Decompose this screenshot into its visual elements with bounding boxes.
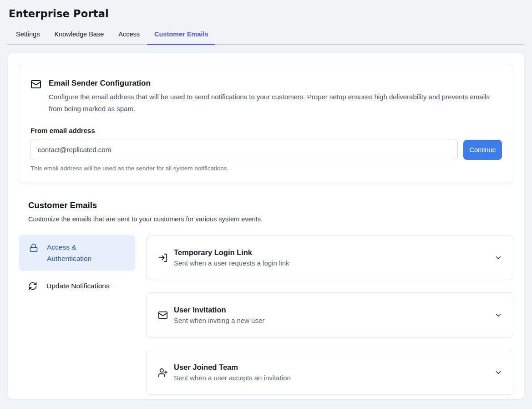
email-card-subtitle: Sent when a user accepts an invitation — [174, 374, 488, 382]
email-category-list: Access & Authentication Update Notificat… — [19, 235, 135, 399]
email-card-subtitle: Sent when inviting a new user — [174, 317, 488, 324]
customer-emails-layout: Access & Authentication Update Notificat… — [19, 235, 513, 399]
email-card-subtitle: Sent when a user requests a login link — [174, 259, 488, 267]
chevron-down-icon[interactable] — [494, 311, 502, 319]
refresh-icon — [28, 281, 37, 291]
mail-icon — [30, 79, 41, 115]
email-card-title: Temporary Login Link — [174, 248, 488, 257]
customer-emails-title: Customer Emails — [28, 200, 513, 210]
email-input-row: Continue — [30, 139, 502, 160]
lock-icon — [29, 243, 38, 264]
tab-access[interactable]: Access — [111, 26, 147, 44]
from-email-input[interactable] — [30, 139, 458, 160]
email-helper-text: This email address will be used as the s… — [30, 165, 502, 172]
category-label: Update Notifications — [46, 282, 110, 290]
tab-customer-emails[interactable]: Customer Emails — [147, 26, 215, 44]
email-card-user-invitation[interactable]: User Invitation Sent when inviting a new… — [146, 292, 513, 337]
chevron-down-icon[interactable] — [494, 368, 502, 377]
email-card-text: User Joined Team Sent when a user accept… — [174, 363, 488, 382]
email-template-list: Temporary Login Link Sent when a user re… — [146, 235, 513, 399]
email-card-user-joined-team[interactable]: User Joined Team Sent when a user accept… — [146, 350, 513, 395]
page-title: Enterprise Portal — [7, 0, 525, 20]
sender-card-title: Email Sender Configuration — [49, 78, 499, 88]
tab-knowledge-base[interactable]: Knowledge Base — [47, 26, 111, 44]
email-card-title: User Joined Team — [174, 363, 488, 372]
customer-emails-description: Customize the emails that are sent to yo… — [28, 215, 513, 223]
sender-card-header: Email Sender Configuration Configure the… — [30, 78, 502, 115]
tab-settings[interactable]: Settings — [9, 26, 47, 44]
sender-card-head-text: Email Sender Configuration Configure the… — [49, 78, 499, 115]
page: Enterprise Portal Settings Knowledge Bas… — [0, 0, 532, 399]
continue-button[interactable]: Continue — [463, 140, 502, 160]
content-container: Email Sender Configuration Configure the… — [7, 52, 525, 399]
login-icon — [158, 253, 168, 263]
category-label: Access & Authentication — [47, 241, 120, 264]
email-card-text: User Invitation Sent when inviting a new… — [174, 306, 488, 324]
category-update-notifications[interactable]: Update Notifications — [19, 275, 135, 297]
email-card-temporary-login-link[interactable]: Temporary Login Link Sent when a user re… — [146, 235, 513, 280]
sender-card-description: Configure the email address that will be… — [49, 91, 499, 115]
chevron-down-icon[interactable] — [494, 254, 502, 262]
from-email-label: From email address — [30, 127, 502, 134]
email-card-title: User Invitation — [174, 306, 488, 314]
email-sender-config-card: Email Sender Configuration Configure the… — [19, 65, 513, 183]
user-plus-icon — [158, 368, 168, 378]
category-access-authentication[interactable]: Access & Authentication — [19, 235, 135, 271]
mail-icon — [158, 310, 168, 320]
email-card-text: Temporary Login Link Sent when a user re… — [174, 248, 488, 267]
tab-bar: Settings Knowledge Base Access Customer … — [7, 26, 525, 45]
